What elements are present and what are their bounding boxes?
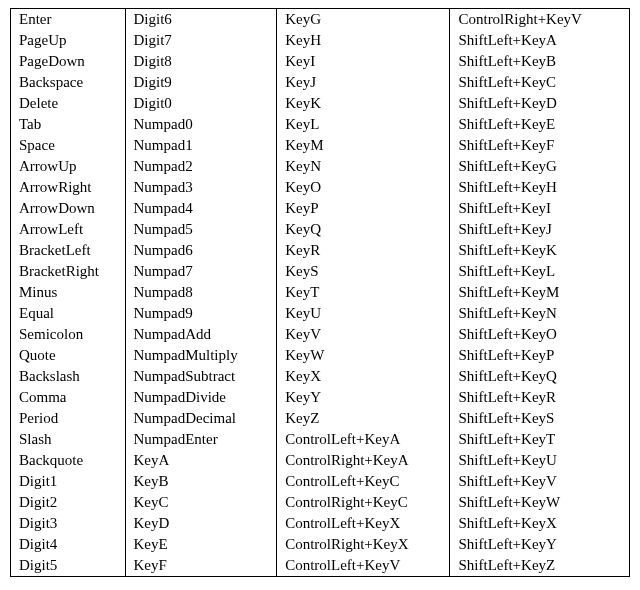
keycode-cell: KeyJ — [277, 72, 450, 93]
table-row: CommaNumpadDivideKeyYShiftLeft+KeyR — [11, 387, 630, 408]
keycode-cell: Digit4 — [11, 534, 126, 555]
keycode-cell: PageDown — [11, 51, 126, 72]
keycode-cell: KeyK — [277, 93, 450, 114]
keycode-cell: Quote — [11, 345, 126, 366]
keycode-cell: KeyB — [125, 471, 277, 492]
table-row: Digit5KeyFControlLeft+KeyVShiftLeft+KeyZ — [11, 555, 630, 577]
keycode-cell: NumpadSubtract — [125, 366, 277, 387]
keycode-cell: ControlRight+KeyA — [277, 450, 450, 471]
keycode-cell: KeyV — [277, 324, 450, 345]
keycode-cell: Backspace — [11, 72, 126, 93]
keycode-cell: KeyL — [277, 114, 450, 135]
keycode-cell: Digit2 — [11, 492, 126, 513]
keycode-cell: ControlLeft+KeyA — [277, 429, 450, 450]
keycode-cell: ShiftLeft+KeyG — [450, 156, 630, 177]
keycode-cell: Digit0 — [125, 93, 277, 114]
keycode-cell: ControlRight+KeyV — [450, 9, 630, 31]
keycode-cell: Digit7 — [125, 30, 277, 51]
keycode-cell: Minus — [11, 282, 126, 303]
table-row: ArrowDownNumpad4KeyPShiftLeft+KeyI — [11, 198, 630, 219]
keycode-cell: ShiftLeft+KeyL — [450, 261, 630, 282]
table-row: EqualNumpad9KeyUShiftLeft+KeyN — [11, 303, 630, 324]
keycode-table: EnterDigit6KeyGControlRight+KeyVPageUpDi… — [10, 8, 630, 577]
keycode-cell: ShiftLeft+KeyZ — [450, 555, 630, 577]
keycode-cell: ShiftLeft+KeyT — [450, 429, 630, 450]
table-row: MinusNumpad8KeyTShiftLeft+KeyM — [11, 282, 630, 303]
keycode-cell: ControlLeft+KeyC — [277, 471, 450, 492]
keycode-cell: Numpad4 — [125, 198, 277, 219]
keycode-cell: KeyP — [277, 198, 450, 219]
table-row: TabNumpad0KeyLShiftLeft+KeyE — [11, 114, 630, 135]
keycode-cell: KeyI — [277, 51, 450, 72]
keycode-cell: KeyY — [277, 387, 450, 408]
keycode-cell: NumpadEnter — [125, 429, 277, 450]
keycode-cell: KeyG — [277, 9, 450, 31]
keycode-cell: ShiftLeft+KeyP — [450, 345, 630, 366]
keycode-cell: ShiftLeft+KeyA — [450, 30, 630, 51]
table-row: BackquoteKeyAControlRight+KeyAShiftLeft+… — [11, 450, 630, 471]
keycode-cell: Numpad7 — [125, 261, 277, 282]
keycode-cell: KeyA — [125, 450, 277, 471]
keycode-cell: PageUp — [11, 30, 126, 51]
keycode-cell: ShiftLeft+KeyI — [450, 198, 630, 219]
keycode-cell: KeyF — [125, 555, 277, 577]
keycode-cell: ControlLeft+KeyX — [277, 513, 450, 534]
keycode-cell: ShiftLeft+KeyU — [450, 450, 630, 471]
keycode-cell: ShiftLeft+KeyW — [450, 492, 630, 513]
keycode-cell: ShiftLeft+KeyQ — [450, 366, 630, 387]
keycode-cell: NumpadAdd — [125, 324, 277, 345]
table-row: PageDownDigit8KeyIShiftLeft+KeyB — [11, 51, 630, 72]
keycode-cell: Numpad3 — [125, 177, 277, 198]
table-row: PeriodNumpadDecimalKeyZShiftLeft+KeyS — [11, 408, 630, 429]
table-row: Digit1KeyBControlLeft+KeyCShiftLeft+KeyV — [11, 471, 630, 492]
keycode-cell: Numpad6 — [125, 240, 277, 261]
table-row: SpaceNumpad1KeyMShiftLeft+KeyF — [11, 135, 630, 156]
keycode-cell: BracketRight — [11, 261, 126, 282]
keycode-cell: KeyS — [277, 261, 450, 282]
keycode-cell: KeyM — [277, 135, 450, 156]
keycode-cell: KeyW — [277, 345, 450, 366]
keycode-cell: KeyZ — [277, 408, 450, 429]
keycode-cell: KeyN — [277, 156, 450, 177]
keycode-cell: Slash — [11, 429, 126, 450]
table-row: BracketLeftNumpad6KeyRShiftLeft+KeyK — [11, 240, 630, 261]
keycode-cell: KeyT — [277, 282, 450, 303]
keycode-cell: KeyE — [125, 534, 277, 555]
keycode-cell: ShiftLeft+KeyX — [450, 513, 630, 534]
keycode-cell: Numpad5 — [125, 219, 277, 240]
keycode-cell: KeyU — [277, 303, 450, 324]
table-row: QuoteNumpadMultiplyKeyWShiftLeft+KeyP — [11, 345, 630, 366]
keycode-cell: Digit1 — [11, 471, 126, 492]
keycode-cell: Space — [11, 135, 126, 156]
keycode-cell: Delete — [11, 93, 126, 114]
keycode-cell: ShiftLeft+KeyH — [450, 177, 630, 198]
keycode-cell: ShiftLeft+KeyO — [450, 324, 630, 345]
keycode-cell: BracketLeft — [11, 240, 126, 261]
keycode-cell: Numpad0 — [125, 114, 277, 135]
keycode-cell: ArrowRight — [11, 177, 126, 198]
keycode-cell: Enter — [11, 9, 126, 31]
keycode-cell: NumpadDecimal — [125, 408, 277, 429]
table-row: Digit2KeyCControlRight+KeyCShiftLeft+Key… — [11, 492, 630, 513]
keycode-cell: ControlLeft+KeyV — [277, 555, 450, 577]
keycode-cell: ShiftLeft+KeyD — [450, 93, 630, 114]
keycode-cell: Period — [11, 408, 126, 429]
keycode-cell: KeyR — [277, 240, 450, 261]
keycode-cell: NumpadMultiply — [125, 345, 277, 366]
keycode-cell: ArrowUp — [11, 156, 126, 177]
keycode-cell: Numpad8 — [125, 282, 277, 303]
keycode-cell: Digit3 — [11, 513, 126, 534]
keycode-cell: KeyX — [277, 366, 450, 387]
keycode-cell: ControlRight+KeyC — [277, 492, 450, 513]
keycode-cell: Comma — [11, 387, 126, 408]
table-row: EnterDigit6KeyGControlRight+KeyV — [11, 9, 630, 31]
keycode-cell: Digit6 — [125, 9, 277, 31]
table-row: BackspaceDigit9KeyJShiftLeft+KeyC — [11, 72, 630, 93]
keycode-cell: Digit9 — [125, 72, 277, 93]
keycode-cell: Backquote — [11, 450, 126, 471]
keycode-cell: Semicolon — [11, 324, 126, 345]
keycode-cell: KeyD — [125, 513, 277, 534]
keycode-cell: Tab — [11, 114, 126, 135]
table-row: ArrowRightNumpad3KeyOShiftLeft+KeyH — [11, 177, 630, 198]
table-row: DeleteDigit0KeyKShiftLeft+KeyD — [11, 93, 630, 114]
